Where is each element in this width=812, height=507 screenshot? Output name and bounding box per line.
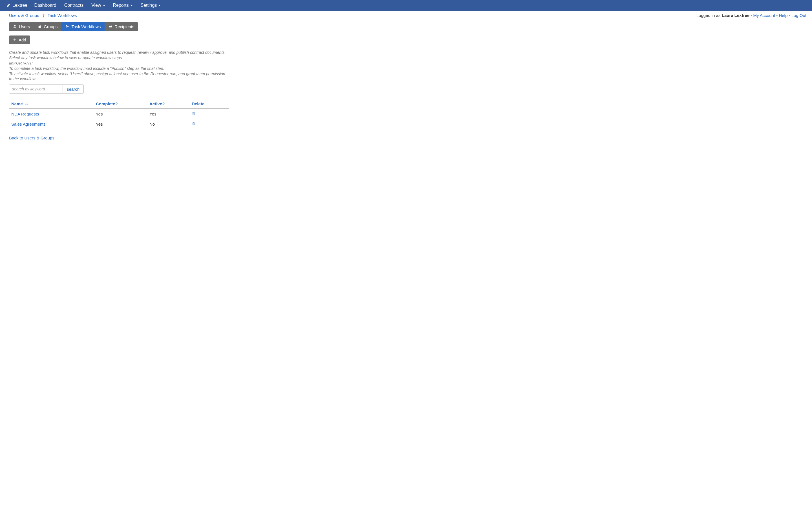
col-delete-label: Delete — [192, 101, 204, 106]
workflow-complete: Yes — [94, 119, 147, 129]
nav-view-label: View — [91, 3, 101, 8]
breadcrumb-current[interactable]: Task Workflows — [48, 13, 77, 18]
add-button[interactable]: Add — [9, 36, 30, 44]
nav-settings-label: Settings — [141, 3, 157, 8]
table-row: Sales Agreements Yes No — [9, 119, 229, 129]
col-active-label: Active? — [149, 101, 165, 106]
description-line2: IMPORTANT: — [9, 61, 229, 66]
tab-users-label: Users — [19, 24, 30, 29]
top-navbar: Lextree Dashboard Contracts View Reports… — [0, 0, 812, 11]
workflow-complete: Yes — [94, 109, 147, 119]
plus-icon — [13, 38, 16, 42]
tab-groups-label: Groups — [44, 24, 57, 29]
nav-dashboard-label: Dashboard — [34, 3, 56, 8]
logout-link[interactable]: Log Out — [792, 13, 806, 18]
search-button[interactable]: search — [63, 84, 84, 94]
description-line4: To activate a task workflow, select "Use… — [9, 71, 229, 82]
my-account-link[interactable]: My Account — [753, 13, 775, 18]
account-info: Logged in as Laura Lextree - My Account … — [696, 13, 806, 18]
trash-icon — [192, 122, 196, 127]
breadcrumb: Users & Groups ❯ Task Workflows — [9, 13, 77, 18]
leaf-icon — [6, 3, 11, 8]
caret-down-icon — [131, 5, 133, 6]
workflow-name-link[interactable]: Sales Agreements — [11, 122, 46, 126]
nav-settings[interactable]: Settings — [137, 1, 165, 10]
header-row: Users & Groups ❯ Task Workflows Logged i… — [0, 11, 812, 20]
workflow-name-link[interactable]: NDA Requests — [11, 112, 39, 116]
lock-icon — [38, 24, 42, 29]
nav-dashboard[interactable]: Dashboard — [30, 1, 60, 10]
sub-tabs: Users Groups Task Workflows Recipients — [9, 22, 138, 31]
tab-task-workflows-label: Task Workflows — [71, 24, 101, 29]
brand[interactable]: Lextree — [3, 1, 30, 10]
workflow-active: Yes — [147, 109, 190, 119]
search-input[interactable] — [9, 84, 63, 94]
nav-contracts-label: Contracts — [64, 3, 84, 8]
help-link[interactable]: Help — [779, 13, 788, 18]
tab-recipients[interactable]: Recipients — [105, 22, 138, 31]
table-row: NDA Requests Yes Yes — [9, 109, 229, 119]
tab-users[interactable]: Users — [9, 22, 34, 31]
col-name[interactable]: Name — [9, 99, 94, 109]
workflow-active: No — [147, 119, 190, 129]
account-user: Laura Lextree — [722, 13, 749, 18]
col-delete: Delete — [190, 99, 229, 109]
sort-asc-icon — [24, 101, 29, 106]
envelope-icon — [109, 24, 112, 29]
col-complete-label: Complete? — [96, 101, 118, 106]
back-link[interactable]: Back to Users & Groups — [9, 135, 54, 140]
nav-reports[interactable]: Reports — [109, 1, 137, 10]
trash-icon — [192, 112, 196, 117]
brand-label: Lextree — [12, 3, 28, 8]
description-line3: To complete a task workflow, the workflo… — [9, 66, 229, 71]
col-complete[interactable]: Complete? — [94, 99, 147, 109]
delete-button[interactable] — [192, 122, 196, 127]
caret-down-icon — [103, 5, 105, 6]
tab-groups[interactable]: Groups — [34, 22, 61, 31]
breadcrumb-root[interactable]: Users & Groups — [9, 13, 39, 18]
nav-contracts[interactable]: Contracts — [60, 1, 87, 10]
search-row: search — [9, 84, 84, 94]
content: Users Groups Task Workflows Recipients A… — [0, 22, 812, 152]
delete-button[interactable] — [192, 112, 196, 117]
workflows-table: Name Complete? Active? Delete NDA Reques — [9, 99, 229, 129]
tab-task-workflows[interactable]: Task Workflows — [61, 22, 105, 31]
paper-plane-icon — [65, 24, 69, 29]
user-icon — [13, 24, 17, 29]
add-button-label: Add — [18, 38, 26, 42]
caret-down-icon — [158, 5, 161, 6]
col-active[interactable]: Active? — [147, 99, 190, 109]
nav-view[interactable]: View — [87, 1, 109, 10]
description-line1: Create and update task workflows that en… — [9, 50, 229, 61]
account-prefix: Logged in as — [696, 13, 722, 18]
description: Create and update task workflows that en… — [9, 50, 229, 82]
chevron-right-icon: ❯ — [42, 13, 45, 17]
col-name-label: Name — [11, 101, 23, 106]
tab-recipients-label: Recipients — [114, 24, 134, 29]
nav-reports-label: Reports — [113, 3, 129, 8]
